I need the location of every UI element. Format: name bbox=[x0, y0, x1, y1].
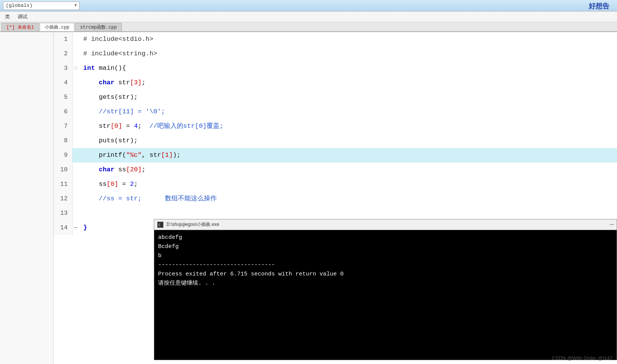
code-content-2: # include<string.h> bbox=[79, 47, 157, 61]
terminal-icon: C bbox=[157, 222, 163, 228]
line-num-5: 5 bbox=[53, 90, 73, 105]
terminal-minimize-btn[interactable]: ─ bbox=[610, 222, 614, 228]
code-content-12: //ss = str; 数组不能这么操作 bbox=[79, 192, 217, 206]
line-num-1: 1 bbox=[53, 32, 73, 47]
menu-item-class[interactable]: 类 bbox=[2, 12, 13, 21]
globals-dropdown[interactable]: (globals) ▼ bbox=[3, 2, 79, 10]
tab-bar: [*] 未命名1 小插曲.cpp strcmp函数.cpp bbox=[0, 22, 617, 32]
terminal-line-3: b bbox=[158, 251, 613, 261]
terminal-window: C D:\shujujiegou\小插曲.exe ─ abcdefg Bcdef… bbox=[154, 219, 617, 360]
line-num-4: 4 bbox=[53, 76, 73, 90]
code-line-7: 7 str [0] = 4 ; //吧输入的str[0]覆盖; bbox=[53, 119, 617, 134]
line-num-7: 7 bbox=[53, 119, 73, 134]
menu-item-debug[interactable]: 调试 bbox=[14, 12, 31, 21]
code-content-11: ss [0] = 2 ; bbox=[79, 177, 138, 192]
code-content-10: char ss [20] ; bbox=[79, 163, 145, 177]
code-line-5: 5 gets(str); bbox=[53, 90, 617, 105]
code-content-4: char str [3] ; bbox=[79, 76, 145, 90]
line-num-12: 12 bbox=[53, 192, 73, 206]
code-line-10: 10 char ss [20] ; bbox=[53, 163, 617, 177]
cmd-icon: C bbox=[158, 222, 163, 227]
collapse-3: □ bbox=[73, 61, 79, 76]
terminal-line-5: Process exited after 6.715 seconds with … bbox=[158, 270, 613, 279]
terminal-line-2: Bcdefg bbox=[158, 242, 613, 251]
code-content-3: int main(){ bbox=[79, 61, 126, 76]
dropdown-arrow: ▼ bbox=[74, 3, 77, 8]
line-num-13: 13 bbox=[53, 206, 73, 221]
code-content-1: # include<stdio.h> bbox=[79, 32, 153, 47]
terminal-title: D:\shujujiegou\小插曲.exe bbox=[166, 221, 607, 228]
line-num-11: 11 bbox=[53, 177, 73, 192]
code-content-6: //str[11] = '\0'; bbox=[79, 105, 165, 119]
code-content-8: puts(str); bbox=[79, 134, 138, 148]
line-num-8: 8 bbox=[53, 134, 73, 148]
line-num-9: 9 bbox=[53, 148, 73, 163]
line-num-14: 14 bbox=[53, 221, 73, 235]
terminal-line-1: abcdefg bbox=[158, 233, 613, 242]
code-content-14: } bbox=[79, 221, 87, 235]
csdn-watermark: CSDN @With Order @!147 bbox=[552, 355, 612, 361]
code-line-6: 6 //str[11] = '\0'; bbox=[53, 105, 617, 119]
code-line-2: 2 # include<string.h> bbox=[53, 47, 617, 61]
code-line-11: 11 ss [0] = 2 ; bbox=[53, 177, 617, 192]
menu-bar: 类 调试 bbox=[0, 11, 617, 22]
code-content-9: printf( "%c" , str [1] ); bbox=[79, 148, 181, 163]
line-num-3: 3 bbox=[53, 61, 73, 76]
tab-xiaoququ[interactable]: 小插曲.cpp bbox=[40, 23, 74, 31]
code-line-9: 9 printf( "%c" , str [1] ); bbox=[53, 148, 617, 163]
top-bar: (globals) ▼ 好想告 bbox=[0, 0, 617, 11]
tab-strcmp[interactable]: strcmp函数.cpp bbox=[75, 23, 122, 31]
line-num-6: 6 bbox=[53, 105, 73, 119]
code-line-8: 8 puts(str); bbox=[53, 134, 617, 148]
terminal-line-4: ---------------------------------- bbox=[158, 261, 613, 270]
terminal-line-6: 请按任意键继续. . . bbox=[158, 279, 613, 288]
collapse-14: ─ bbox=[73, 221, 79, 235]
line-num-2: 2 bbox=[53, 47, 73, 61]
tab-unnamed[interactable]: [*] 未命名1 bbox=[2, 23, 39, 31]
code-lines: 1 # include<stdio.h> 2 # include<string.… bbox=[53, 32, 617, 235]
code-line-1: 1 # include<stdio.h> bbox=[53, 32, 617, 47]
code-panel[interactable]: 1 # include<stdio.h> 2 # include<string.… bbox=[53, 32, 617, 364]
line-num-10: 10 bbox=[53, 163, 73, 177]
code-content-7: str [0] = 4 ; //吧输入的str[0]覆盖; bbox=[79, 119, 223, 134]
code-content-5: gets(str); bbox=[79, 90, 138, 105]
globals-label: (globals) bbox=[6, 3, 32, 8]
code-line-12: 12 //ss = str; 数组不能这么操作 bbox=[53, 192, 617, 206]
code-line-13: 13 bbox=[53, 206, 617, 221]
top-right-text: 好想告 bbox=[589, 2, 609, 11]
terminal-body: abcdefg Bcdefg b -----------------------… bbox=[154, 230, 617, 360]
left-panel bbox=[0, 32, 53, 364]
code-line-4: 4 char str [3] ; bbox=[53, 76, 617, 90]
terminal-titlebar: C D:\shujujiegou\小插曲.exe ─ bbox=[154, 219, 617, 230]
svg-text:C: C bbox=[158, 223, 160, 227]
editor-area: 1 # include<stdio.h> 2 # include<string.… bbox=[0, 32, 617, 364]
code-line-3: 3 □ int main(){ bbox=[53, 61, 617, 76]
